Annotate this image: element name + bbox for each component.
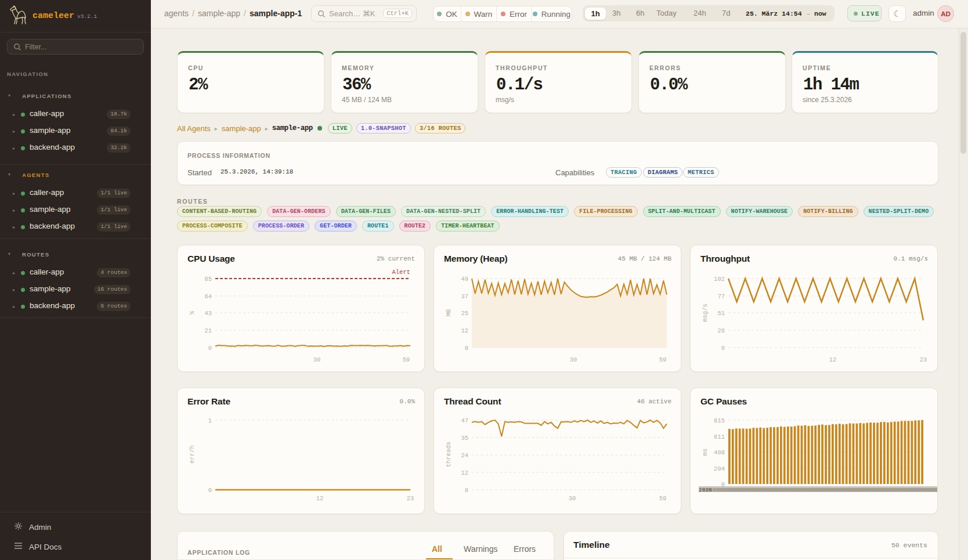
svg-text:37: 37: [461, 293, 468, 300]
svg-text:23: 23: [920, 356, 927, 363]
svg-text:59: 59: [403, 356, 410, 363]
svg-text:0: 0: [721, 345, 725, 352]
svg-text:51: 51: [717, 310, 725, 317]
svg-text:threads: threads: [445, 442, 452, 467]
svg-text:59: 59: [659, 495, 667, 502]
svg-text:12: 12: [316, 495, 324, 502]
svg-text:59: 59: [659, 356, 667, 363]
svg-text:12: 12: [461, 469, 468, 476]
svg-text:0: 0: [465, 487, 468, 494]
svg-text:35: 35: [461, 435, 468, 442]
svg-text:ms: ms: [702, 449, 709, 456]
svg-text:47: 47: [461, 417, 468, 424]
svg-text:30: 30: [570, 356, 577, 363]
svg-text:0: 0: [208, 345, 212, 352]
svg-text:2026-03-25T14: 2026-03-25T14: [933, 487, 937, 493]
svg-text:0: 0: [465, 345, 468, 352]
svg-text:408: 408: [714, 449, 725, 456]
svg-text:23: 23: [407, 495, 414, 502]
svg-text:49: 49: [461, 276, 468, 283]
svg-text:21: 21: [204, 327, 212, 334]
svg-text:1: 1: [208, 417, 212, 424]
svg-text:MB: MB: [445, 309, 452, 317]
svg-text:815: 815: [714, 417, 725, 424]
svg-text:85: 85: [204, 276, 212, 283]
svg-text:24: 24: [461, 452, 468, 459]
svg-text:102: 102: [714, 276, 725, 283]
svg-text:26: 26: [717, 327, 725, 334]
svg-text:12: 12: [829, 356, 837, 363]
svg-text:43: 43: [204, 310, 212, 317]
svg-text:err/h: err/h: [189, 445, 196, 464]
svg-text:204: 204: [714, 465, 725, 472]
svg-text:0: 0: [208, 487, 212, 494]
svg-text:77: 77: [717, 293, 725, 300]
svg-text:12: 12: [461, 327, 468, 334]
svg-text:64: 64: [204, 293, 212, 300]
svg-text:30: 30: [569, 495, 576, 502]
svg-text:Alert: Alert: [392, 269, 410, 276]
svg-text:611: 611: [714, 433, 725, 440]
svg-text:msg/s: msg/s: [702, 304, 709, 322]
svg-text:30: 30: [313, 356, 321, 363]
svg-text:%: %: [189, 310, 196, 315]
svg-text:2026: 2026: [699, 487, 712, 493]
svg-text:25: 25: [461, 310, 468, 317]
